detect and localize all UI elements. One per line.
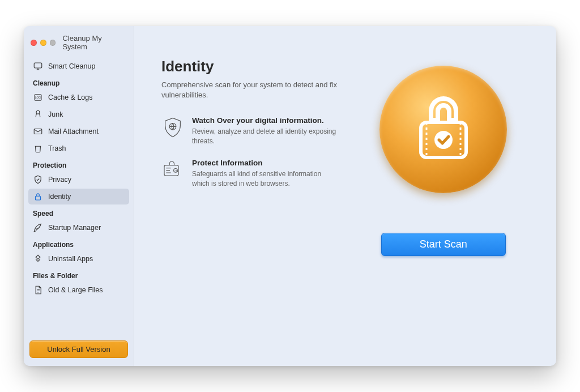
feature-heading: Watch Over your digital information. [192,116,339,125]
app-icon [33,254,43,264]
document-icon [33,285,43,295]
sidebar-item-label: Trash [48,144,66,152]
titlebar: Cleanup My System [28,32,129,58]
sidebar-item-identity[interactable]: Identity [28,189,129,204]
feature-body: Review, analyze and delete all identity … [192,127,339,146]
vault-lock-icon [161,159,184,181]
page-title: Identity [161,58,342,75]
shield-check-icon [33,174,43,185]
section-speed-title: Speed [28,205,129,219]
feature-body: Safeguards all kind of sensitive informa… [192,169,339,189]
main-content: Identity Comprehensive scan for your sys… [134,26,556,366]
maximize-icon [50,40,56,46]
svg-rect-0 [34,63,42,68]
app-title: Cleanup My System [62,34,127,51]
svg-rect-5 [36,196,41,200]
sidebar-item-junk[interactable]: Junk [28,106,129,122]
section-cleanup-title: Cleanup [28,75,129,89]
sidebar-item-privacy[interactable]: Privacy [28,172,129,188]
sidebar-item-label: Old & Large Files [48,286,103,294]
envelope-icon [33,126,43,137]
minimize-icon[interactable] [40,40,46,46]
lock-film-icon [410,93,477,167]
monitor-icon [33,61,43,71]
sidebar-item-startup-manager[interactable]: Startup Manager [28,220,129,236]
feature-protect-information: Protect Information Safeguards all kind … [161,159,342,189]
sidebar-item-label: Privacy [48,176,71,184]
start-scan-label: Start Scan [420,238,467,250]
app-window: Cleanup My System Smart Cleanup Cleanup … [24,26,556,366]
sidebar-item-label: Smart Cleanup [48,62,95,70]
broom-icon [33,109,43,120]
section-protection-title: Protection [28,157,129,171]
trash-icon [33,143,43,154]
log-icon: LOG [33,92,43,103]
sidebar-item-label: Identity [48,193,71,201]
section-files-title: Files & Folder [28,267,129,282]
svg-point-12 [434,131,453,149]
page-subtitle: Comprehensive scan for your system to de… [161,80,342,100]
unlock-label: Unlock Full Version [47,345,110,353]
svg-point-3 [36,110,40,114]
sidebar-item-uninstall-apps[interactable]: Uninstall Apps [28,251,129,267]
sidebar: Cleanup My System Smart Cleanup Cleanup … [24,26,134,366]
sidebar-item-label: Junk [48,110,63,118]
feature-watch-over: Watch Over your digital information. Rev… [161,116,342,146]
close-icon[interactable] [31,40,37,46]
sidebar-item-mail-attachment[interactable]: Mail Attachment [28,123,129,139]
identity-hero-graphic [379,66,507,193]
feature-heading: Protect Information [192,159,339,167]
start-scan-button[interactable]: Start Scan [381,233,506,256]
sidebar-item-smart-cleanup[interactable]: Smart Cleanup [28,58,129,74]
sidebar-item-label: Cache & Logs [48,93,93,101]
sidebar-item-label: Mail Attachment [48,127,99,135]
sidebar-item-label: Uninstall Apps [48,255,93,263]
svg-rect-4 [34,129,42,134]
lock-icon [33,191,43,202]
unlock-full-version-button[interactable]: Unlock Full Version [29,340,128,358]
sidebar-item-cache-logs[interactable]: LOG Cache & Logs [28,90,129,105]
sidebar-item-old-large-files[interactable]: Old & Large Files [28,282,129,298]
rocket-icon [33,223,43,233]
shield-globe-icon [161,116,184,139]
svg-point-8 [174,168,178,172]
sidebar-item-trash[interactable]: Trash [28,140,129,156]
section-applications-title: Applications [28,236,129,250]
svg-text:LOG: LOG [35,96,41,99]
sidebar-item-label: Startup Manager [48,224,101,232]
